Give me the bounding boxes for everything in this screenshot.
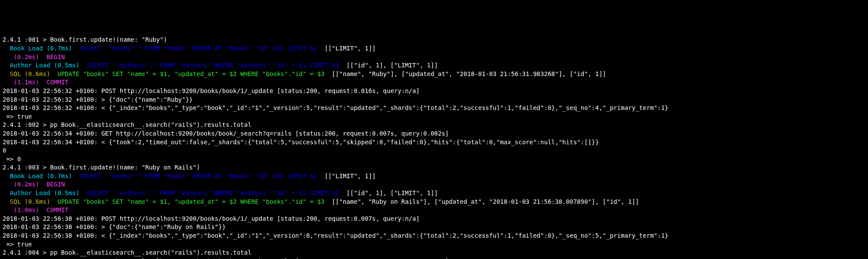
terminal-line: 2018-01-03 22:56:32 +0100: > {"doc":{"na… xyxy=(3,96,865,104)
terminal-text xyxy=(72,173,79,179)
terminal-text: 2018-01-03 22:56:34 +0100: GET http://lo… xyxy=(3,130,449,137)
terminal-line: 2018-01-03 22:56:32 +0100: POST http://l… xyxy=(3,87,865,96)
terminal-text: UPDATE "books" SET "name" = $1, "updated… xyxy=(57,70,324,77)
terminal-text: Author Load (0.5ms) xyxy=(10,62,79,69)
terminal-line: 0 xyxy=(3,146,865,155)
terminal-line: Book Load (0.7ms) SELECT "books".* FROM … xyxy=(3,44,865,53)
terminal-text xyxy=(3,53,13,60)
terminal-text xyxy=(3,173,10,179)
terminal-line: 2.4.1 :001 > Book.first.update!(name: "R… xyxy=(3,36,865,44)
terminal-text: Author Load (0.5ms) xyxy=(10,189,79,196)
terminal-text: SELECT "books".* FROM "books" ORDER BY "… xyxy=(79,45,317,52)
terminal-output: 2.4.1 :001 > Book.first.update!(name: "R… xyxy=(3,36,865,259)
terminal-text: [["LIMIT", 1]] xyxy=(317,173,376,179)
terminal-text: (1.0ms) xyxy=(13,206,39,213)
terminal-text: 2018-01-03 22:56:38 +0100: < {"_index":"… xyxy=(3,232,668,239)
terminal-text: (1.1ms) xyxy=(13,79,39,86)
terminal-line: => true xyxy=(3,113,865,121)
terminal-text: 2018-01-03 22:56:32 +0100: < {"_index":"… xyxy=(3,104,668,111)
terminal-text: 2.4.1 :002 > pp Book.__elasticsearch__.s… xyxy=(3,121,251,128)
terminal-line: => 0 xyxy=(3,155,865,164)
terminal-line: 2.4.1 :002 > pp Book.__elasticsearch__.s… xyxy=(3,121,865,130)
terminal-line: => true xyxy=(3,240,865,249)
terminal-text: 0 xyxy=(3,147,6,154)
terminal-line: 2.4.1 :003 > Book.first.update!(name: "R… xyxy=(3,163,865,172)
terminal-text: 2018-01-03 22:56:32 +0100: > {"doc":{"na… xyxy=(3,96,193,103)
terminal-text xyxy=(72,45,79,52)
terminal-text: BEGIN xyxy=(46,181,65,188)
terminal-text: => 0 xyxy=(3,156,25,163)
terminal-text: [["name", "Ruby"], ["updated_at", "2018-… xyxy=(325,70,606,77)
terminal-text: SELECT "authors".* FROM "authors" WHERE … xyxy=(87,62,339,69)
terminal-line: (1.0ms) COMMIT xyxy=(3,206,865,215)
terminal-line: Book Load (0.7ms) SELECT "books".* FROM … xyxy=(3,172,865,181)
terminal-line: 2018-01-03 22:56:34 +0100: < {"took":2,"… xyxy=(3,138,865,147)
terminal-text: SELECT "books".* FROM "books" ORDER BY "… xyxy=(79,173,317,179)
terminal-line: 2018-01-03 22:56:38 +0100: < {"_index":"… xyxy=(3,232,865,240)
terminal-text xyxy=(3,79,13,86)
terminal-text: [["name", "Ruby on Rails"], ["updated_at… xyxy=(325,198,639,205)
terminal-text: COMMIT xyxy=(46,79,69,86)
terminal-text: 2.4.1 :003 > Book.first.update!(name: "R… xyxy=(3,164,200,171)
terminal-text: Book Load (0.7ms) xyxy=(10,173,72,179)
terminal-text xyxy=(50,70,58,77)
terminal-line: SQL (0.6ms) UPDATE "books" SET "name" = … xyxy=(3,70,865,79)
terminal-text xyxy=(39,181,46,188)
terminal-text: 2018-01-03 22:56:38 +0100: POST http://l… xyxy=(3,215,420,222)
terminal-text: 2.4.1 :001 > Book.first.update!(name: "R… xyxy=(3,36,167,43)
terminal-text: 2018-01-03 22:56:38 +0100: > {"doc":{"na… xyxy=(3,223,226,230)
terminal-text: COMMIT xyxy=(46,206,69,213)
terminal-line: 2018-01-03 22:56:40 +0100: GET http://lo… xyxy=(3,257,865,259)
terminal-text xyxy=(3,198,10,205)
terminal-text: 2018-01-03 22:56:32 +0100: POST http://l… xyxy=(3,87,420,94)
terminal-text: => true xyxy=(3,113,36,120)
terminal-text: BEGIN xyxy=(46,53,65,60)
terminal-line: (0.2ms) BEGIN xyxy=(3,53,865,62)
terminal-text: (0.2ms) xyxy=(13,53,39,60)
terminal-text xyxy=(50,198,58,205)
terminal-line: Author Load (0.5ms) SELECT "authors".* F… xyxy=(3,189,865,198)
terminal-text: 2018-01-03 22:56:34 +0100: < {"took":2,"… xyxy=(3,139,599,146)
terminal-text xyxy=(39,79,46,86)
terminal-text xyxy=(79,189,87,196)
terminal-line: 2018-01-03 22:56:34 +0100: GET http://lo… xyxy=(3,130,865,138)
terminal-line: (0.2ms) BEGIN xyxy=(3,180,865,189)
terminal-text: 2.4.1 :004 > pp Book.__elasticsearch__.s… xyxy=(3,249,251,256)
terminal-text xyxy=(39,53,46,60)
terminal-text xyxy=(39,206,46,213)
terminal-text xyxy=(3,45,10,52)
terminal-text xyxy=(3,70,10,77)
terminal-text xyxy=(3,189,10,196)
terminal-line: SQL (0.6ms) UPDATE "books" SET "name" = … xyxy=(3,198,865,206)
terminal-text xyxy=(3,206,13,213)
terminal-text xyxy=(3,181,13,188)
terminal-line: 2018-01-03 22:56:38 +0100: > {"doc":{"na… xyxy=(3,223,865,232)
terminal-text: UPDATE "books" SET "name" = $1, "updated… xyxy=(57,198,324,205)
terminal-text: SQL (0.6ms) xyxy=(10,198,50,205)
terminal-text: (0.2ms) xyxy=(13,181,39,188)
terminal-text: SQL (0.6ms) xyxy=(10,70,50,77)
terminal-text: [["id", 1], ["LIMIT", 1]] xyxy=(339,189,438,196)
terminal-line: 2018-01-03 22:56:38 +0100: POST http://l… xyxy=(3,215,865,223)
terminal-line: 2018-01-03 22:56:32 +0100: < {"_index":"… xyxy=(3,104,865,113)
terminal-text: Book Load (0.7ms) xyxy=(10,45,72,52)
terminal-text xyxy=(3,62,10,69)
terminal-line: (1.1ms) COMMIT xyxy=(3,78,865,87)
terminal-text xyxy=(79,62,87,69)
terminal-line: Author Load (0.5ms) SELECT "authors".* F… xyxy=(3,61,865,70)
terminal-text: => true xyxy=(3,241,36,248)
terminal-line: 2.4.1 :004 > pp Book.__elasticsearch__.s… xyxy=(3,249,865,257)
terminal-text: [["id", 1], ["LIMIT", 1]] xyxy=(339,62,438,69)
terminal-text: [["LIMIT", 1]] xyxy=(317,45,376,52)
terminal-text: SELECT "authors".* FROM "authors" WHERE … xyxy=(87,189,339,196)
